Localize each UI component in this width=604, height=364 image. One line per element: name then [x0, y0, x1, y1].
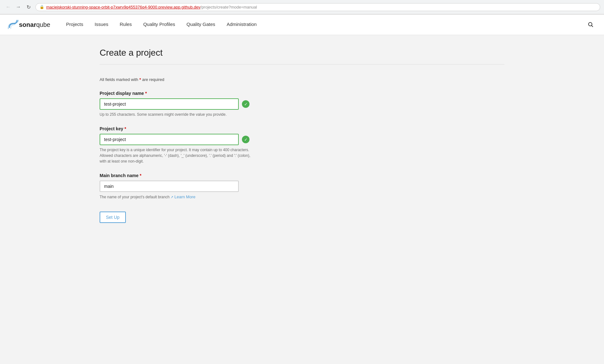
browser-toolbar: ← → ↻ 🔒 maciejskorski-stunning-space-orb…: [0, 0, 604, 14]
display-name-hint: Up to 255 characters. Some scanners migh…: [100, 112, 251, 117]
forward-button[interactable]: →: [14, 3, 23, 11]
logo[interactable]: sonarqube: [8, 20, 50, 29]
display-name-required-star: *: [145, 91, 147, 96]
branch-name-required-star: *: [140, 173, 141, 178]
project-key-label-text: Project key: [100, 126, 123, 131]
nav-quality-gates[interactable]: Quality Gates: [181, 15, 221, 35]
learn-more-label: Learn More: [174, 194, 195, 200]
branch-name-hint: The name of your project's default branc…: [100, 194, 251, 200]
learn-more-link[interactable]: ↗ Learn More: [170, 194, 195, 200]
nav-projects[interactable]: Projects: [60, 15, 89, 35]
app-header: sonarqube Projects Issues Rules Quality …: [0, 15, 604, 35]
nav-quality-profiles[interactable]: Quality Profiles: [138, 15, 181, 35]
display-name-input[interactable]: [100, 98, 239, 110]
project-key-hint: The project key is a unique identifier f…: [100, 147, 251, 164]
branch-name-input-row: [100, 181, 504, 192]
browser-chrome: ← → ↻ 🔒 maciejskorski-stunning-space-orb…: [0, 0, 604, 15]
svg-line-1: [592, 26, 593, 27]
logo-sonar: sonar: [19, 21, 36, 28]
address-bar[interactable]: 🔒 maciejskorski-stunning-space-orbit-p7x…: [35, 3, 600, 11]
project-key-required-star: *: [125, 126, 126, 131]
address-path: /projects/create?mode=manual: [200, 5, 257, 9]
svg-point-0: [589, 22, 592, 26]
setup-button[interactable]: Set Up: [100, 212, 126, 223]
back-button[interactable]: ←: [4, 3, 13, 11]
project-key-input-row: ✓: [100, 134, 504, 145]
logo-icon: [8, 20, 19, 29]
branch-name-input[interactable]: [100, 181, 239, 192]
display-name-label: Project display name *: [100, 91, 504, 96]
main-content: Create a project All fields marked with …: [81, 35, 523, 236]
branch-name-label-text: Main branch name: [100, 173, 139, 178]
logo-text: sonarqube: [19, 21, 50, 28]
nav-rules[interactable]: Rules: [114, 15, 138, 35]
branch-name-group: Main branch name * The name of your proj…: [100, 173, 504, 200]
main-nav: Projects Issues Rules Quality Profiles Q…: [60, 15, 585, 35]
page-title: Create a project: [100, 48, 504, 58]
project-key-label: Project key *: [100, 126, 504, 131]
lock-icon: 🔒: [40, 5, 44, 9]
external-link-icon: ↗: [170, 194, 173, 200]
address-text: maciejskorski-stunning-space-orbit-p7xwr…: [46, 5, 257, 9]
required-note-prefix: All fields marked with: [100, 77, 138, 82]
divider: [100, 64, 504, 65]
logo-qube: qube: [36, 21, 50, 28]
nav-issues[interactable]: Issues: [89, 15, 114, 35]
required-note-suffix: are required: [142, 77, 164, 82]
display-name-input-row: ✓: [100, 98, 504, 110]
search-button[interactable]: [585, 19, 596, 30]
project-key-group: Project key * ✓ The project key is a uni…: [100, 126, 504, 164]
nav-administration[interactable]: Administration: [221, 15, 262, 35]
display-name-group: Project display name * ✓ Up to 255 chara…: [100, 91, 504, 117]
project-key-input[interactable]: [100, 134, 239, 145]
required-note: All fields marked with * are required: [100, 77, 504, 82]
display-name-label-text: Project display name: [100, 91, 144, 96]
reload-button[interactable]: ↻: [24, 3, 33, 11]
search-icon: [588, 22, 594, 28]
display-name-valid-icon: ✓: [242, 100, 250, 108]
address-domain: maciejskorski-stunning-space-orbit-p7xwr…: [46, 5, 200, 9]
project-key-valid-icon: ✓: [242, 136, 250, 143]
nav-buttons: ← → ↻: [4, 3, 33, 11]
branch-hint-text: The name of your project's default branc…: [100, 195, 169, 199]
branch-name-label: Main branch name *: [100, 173, 504, 178]
